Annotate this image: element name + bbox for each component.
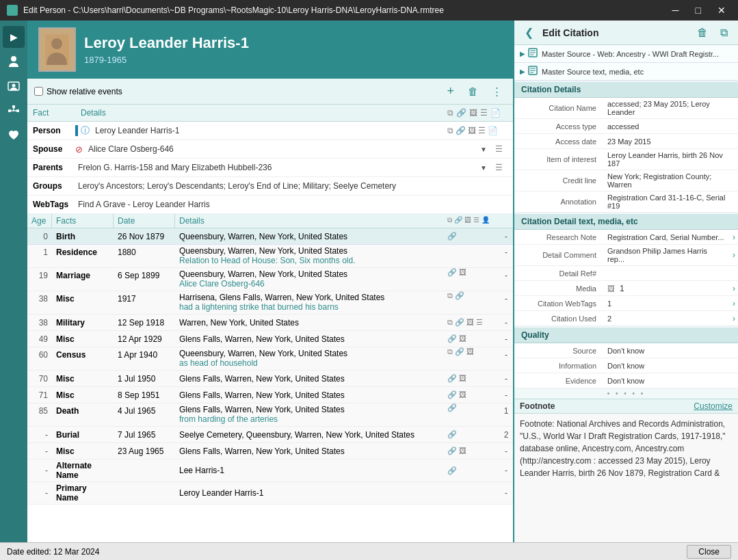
link-icon[interactable]: 🔗 bbox=[455, 347, 464, 356]
img-icon[interactable]: 🖼 bbox=[466, 347, 474, 356]
source-quality-label: Source bbox=[514, 345, 603, 357]
citation-title: Edit Citation bbox=[542, 27, 688, 38]
footnote-header: Footnote Customize bbox=[514, 399, 738, 414]
img-icon[interactable]: 🖼 bbox=[459, 374, 466, 383]
copy-icon[interactable]: ⧉ bbox=[447, 318, 453, 327]
table-row[interactable]: 85 Death 4 Jul 1965 Glens Falls, Warren,… bbox=[27, 403, 513, 427]
num-cell: - bbox=[499, 487, 513, 499]
table-row[interactable]: 1 Residence 1880 Queensbury, Warren, New… bbox=[27, 245, 513, 268]
link-icon[interactable]: 🔗 bbox=[455, 318, 464, 327]
detail-main: Queensbury, Warren, New York, United Sta… bbox=[179, 246, 440, 256]
img-icon[interactable]: 🖼 bbox=[459, 334, 466, 343]
table-row[interactable]: 38 Military 12 Sep 1918 Warren, New York… bbox=[27, 315, 513, 331]
table-row[interactable]: 38 Misc 1917 Harrisena, Glens Falls, War… bbox=[27, 291, 513, 315]
img-header-icon: 🖼 bbox=[469, 108, 477, 118]
footnote-text: Footnote: National Archives and Records … bbox=[514, 414, 738, 542]
nav-tree-icon[interactable] bbox=[3, 100, 25, 122]
link-icon[interactable]: 🔗 bbox=[447, 446, 457, 455]
parents-list-icon[interactable]: ☰ bbox=[495, 163, 503, 172]
maximize-button[interactable]: □ bbox=[690, 5, 707, 16]
table-row[interactable]: - Primary Name Leroy Leander Harris-1 - bbox=[27, 482, 513, 505]
close-window-button[interactable]: ✕ bbox=[712, 5, 731, 16]
table-row[interactable]: - Misc 23 Aug 1965 Glens Falls, Warren, … bbox=[27, 443, 513, 459]
item-of-interest-label: Item of interest bbox=[514, 153, 603, 165]
facts-scroll-area[interactable]: 0 Birth 26 Nov 1879 Queensbury, Warren, … bbox=[27, 228, 513, 542]
groups-fact-value: Leroy's Ancestors; Leroy's Descendants; … bbox=[75, 180, 513, 192]
img-icon[interactable]: 🖼 bbox=[468, 126, 476, 135]
num-cell: - bbox=[499, 245, 513, 260]
research-note-arrow[interactable]: › bbox=[730, 232, 738, 242]
facts-toolbar: Show relative events + 🗑 ⋮ bbox=[27, 79, 513, 105]
fact-cell: Burial bbox=[52, 429, 114, 441]
list-icon[interactable]: ☰ bbox=[476, 318, 483, 327]
information-quality-row: Information Don't know bbox=[514, 358, 738, 373]
num-cell: - bbox=[499, 333, 513, 345]
citation-used-arrow[interactable]: › bbox=[730, 314, 738, 323]
customize-link[interactable]: Customize bbox=[694, 401, 733, 411]
date-cell: 12 Apr 1929 bbox=[114, 333, 175, 345]
age-cell: 0 bbox=[27, 230, 52, 243]
num-col-header bbox=[499, 214, 513, 228]
list-header-icon: ☰ bbox=[480, 108, 488, 118]
img-icon[interactable]: 🖼 bbox=[459, 390, 466, 399]
close-button[interactable]: Close bbox=[687, 545, 731, 559]
copy-icon[interactable]: ⧉ bbox=[447, 291, 453, 300]
parents-fact-icons: ☰ bbox=[492, 163, 513, 172]
link-icon[interactable]: 🔗 bbox=[447, 466, 457, 475]
evidence-quality-value: Don't know bbox=[603, 375, 738, 387]
link-icon[interactable]: 🔗 bbox=[447, 430, 457, 439]
detail-comment-arrow[interactable]: › bbox=[730, 250, 738, 260]
link-icon[interactable]: 🔗 bbox=[447, 374, 457, 383]
show-relative-events-checkbox[interactable] bbox=[34, 87, 43, 96]
parents-dropdown-arrow[interactable]: ▼ bbox=[475, 164, 492, 172]
spouse-list-icon[interactable]: ☰ bbox=[495, 144, 503, 154]
link-icon[interactable]: 🔗 bbox=[447, 390, 457, 399]
date-cell: 8 Sep 1951 bbox=[114, 389, 175, 401]
table-row[interactable]: - Burial 7 Jul 1965 Seelye Cemetery, Que… bbox=[27, 427, 513, 443]
citation-delete-button[interactable]: 🗑 bbox=[694, 25, 711, 40]
citation-webtags-arrow[interactable]: › bbox=[730, 299, 738, 308]
delete-fact-button[interactable]: 🗑 bbox=[464, 84, 482, 99]
img-icon[interactable]: 🖼 bbox=[459, 268, 466, 277]
table-row[interactable]: - Alternate Name Lee Harris-1 🔗 - bbox=[27, 459, 513, 482]
table-row[interactable]: 0 Birth 26 Nov 1879 Queensbury, Warren, … bbox=[27, 228, 513, 245]
add-icon: + bbox=[447, 84, 454, 98]
spouse-dropdown-arrow[interactable]: ▼ bbox=[475, 146, 492, 153]
detail-cell: Queensbury, Warren, New York, United Sta… bbox=[175, 268, 445, 290]
copy-icon[interactable]: ⧉ bbox=[447, 347, 453, 356]
citation-back-button[interactable]: ❮ bbox=[521, 25, 537, 40]
table-row[interactable]: 71 Misc 8 Sep 1951 Glens Falls, Warren, … bbox=[27, 387, 513, 403]
table-row[interactable]: 60 Census 1 Apr 1940 Queensbury, Warren,… bbox=[27, 347, 513, 371]
nav-play-icon[interactable]: ▶ bbox=[3, 26, 25, 48]
link-icon[interactable]: 🔗 bbox=[456, 126, 466, 135]
source-item-2[interactable]: ▶ Master Source text, media, etc bbox=[514, 63, 738, 81]
minimize-button[interactable]: ─ bbox=[667, 5, 685, 16]
source-item-1[interactable]: ▶ Master Source - Web: Ancestry - WWI Dr… bbox=[514, 45, 738, 63]
more-options-button[interactable]: ⋮ bbox=[488, 84, 506, 99]
list-icon[interactable]: ☰ bbox=[478, 126, 486, 135]
note-icon[interactable]: 📄 bbox=[488, 126, 498, 135]
table-row[interactable]: 70 Misc 1 Jul 1950 Glens Falls, Warren, … bbox=[27, 371, 513, 387]
copy-icon[interactable]: ⧉ bbox=[447, 126, 453, 135]
annotation-label: Annotation bbox=[514, 196, 603, 208]
img-icon[interactable]: 🖼 bbox=[459, 446, 466, 455]
nav-person-icon[interactable] bbox=[3, 51, 25, 72]
link-icon[interactable]: 🔗 bbox=[447, 268, 457, 277]
table-row[interactable]: 19 Marriage 6 Sep 1899 Queensbury, Warre… bbox=[27, 268, 513, 291]
link-icon[interactable]: 🔗 bbox=[447, 403, 457, 412]
citation-copy-button[interactable]: ⧉ bbox=[717, 25, 731, 40]
date-cell: 1880 bbox=[114, 245, 175, 260]
svg-rect-3 bbox=[12, 105, 15, 108]
link-icon[interactable]: 🔗 bbox=[447, 334, 457, 343]
img-icon[interactable]: 🖼 bbox=[466, 318, 474, 327]
table-row[interactable]: 49 Misc 12 Apr 1929 Glens Falls, Warren,… bbox=[27, 331, 513, 347]
fact-icons: ⧉ 🔗 🖼 ☰ bbox=[445, 318, 499, 327]
media-arrow[interactable]: › bbox=[730, 284, 738, 293]
add-fact-button[interactable]: + bbox=[443, 83, 458, 100]
age-cell: 71 bbox=[27, 389, 52, 401]
link-icon[interactable]: 🔗 bbox=[447, 232, 457, 241]
nav-family-icon[interactable] bbox=[3, 75, 25, 97]
note-col-icon: 👤 bbox=[482, 216, 490, 226]
link-icon[interactable]: 🔗 bbox=[455, 291, 464, 300]
nav-heart-icon[interactable] bbox=[3, 124, 25, 146]
